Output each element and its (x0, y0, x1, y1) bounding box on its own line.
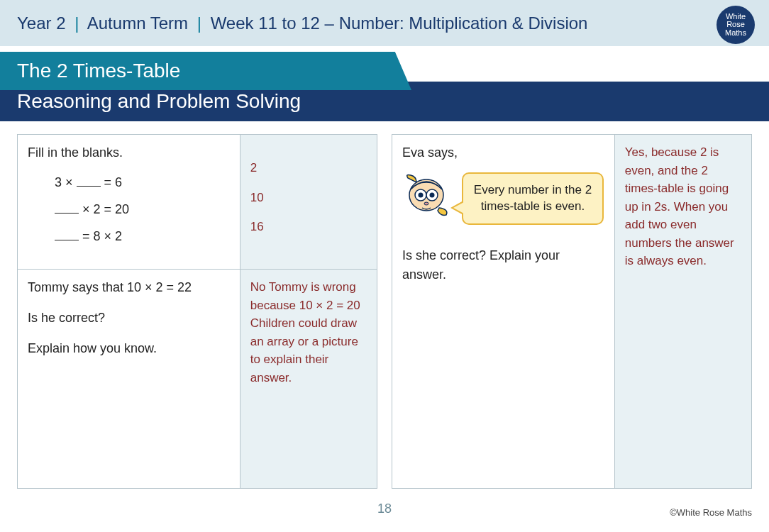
title-shape: The 2 Times-Table (0, 52, 411, 90)
logo-line: Maths (725, 29, 746, 38)
answer-value: 10 (250, 189, 367, 207)
crumb-sep: | (74, 13, 79, 33)
breadcrumb: Year 2 | Autumn Term | Week 11 to 12 – N… (17, 13, 587, 33)
eva-character-icon (402, 172, 452, 216)
answer-value: 2 (250, 159, 367, 177)
speech-bubble: Every number in the 2 times-table is eve… (462, 172, 604, 225)
svg-point-4 (430, 193, 435, 198)
tommy-line: Tommy says that 10 × 2 = 22 (28, 278, 230, 297)
eva-question: Eva says, Every (392, 135, 614, 293)
left-question-column: Fill in the blanks. 3 × = 6 × 2 = 20 = 8… (18, 135, 240, 488)
answer-value: 16 (250, 218, 367, 236)
svg-point-5 (424, 202, 428, 205)
left-answer-column: 2 10 16 No Tommy is wrong because 10 × 2… (240, 135, 377, 488)
page-title: The 2 Times-Table (17, 60, 180, 82)
character-row: Every number in the 2 times-table is eve… (402, 172, 604, 225)
svg-point-3 (419, 193, 424, 198)
left-panel: Fill in the blanks. 3 × = 6 × 2 = 20 = 8… (17, 134, 377, 489)
tommy-line: Is he correct? (28, 309, 230, 328)
right-panel: Eva says, Every (392, 134, 752, 489)
right-question-column: Eva says, Every (392, 135, 615, 488)
equation-list: 3 × = 6 × 2 = 20 = 8 × 2 (55, 170, 230, 250)
fill-blanks-intro: Fill in the blanks. (28, 143, 230, 162)
title-bar: The 2 Times-Table (0, 52, 769, 90)
page-number: 18 (377, 501, 392, 516)
tommy-answer: No Tommy is wrong because 10 × 2 = 20 Ch… (240, 270, 377, 395)
bubble-text: Every number in the 2 times-table is eve… (474, 183, 592, 213)
tommy-question: Tommy says that 10 × 2 = 22 Is he correc… (18, 270, 240, 378)
copyright-text: ©White Rose Maths (670, 507, 752, 518)
eva-intro: Eva says, (402, 143, 604, 162)
blank-field (55, 201, 79, 214)
eva-answer: Yes, because 2 is even, and the 2 times-… (615, 135, 751, 279)
header-bar: Year 2 | Autumn Term | Week 11 to 12 – N… (0, 0, 769, 46)
tommy-line: Explain how you know. (28, 339, 230, 358)
equation-row: × 2 = 20 (55, 196, 230, 223)
fill-blanks-question: Fill in the blanks. 3 × = 6 × 2 = 20 = 8… (18, 135, 240, 270)
right-answer-column: Yes, because 2 is even, and the 2 times-… (615, 135, 751, 488)
crumb-sep: | (197, 13, 201, 33)
page-subtitle: Reasoning and Problem Solving (17, 90, 301, 113)
crumb-year: Year 2 (17, 13, 66, 33)
content-area: Fill in the blanks. 3 × = 6 × 2 = 20 = 8… (0, 121, 769, 489)
crumb-term: Autumn Term (87, 13, 188, 33)
crumb-week: Week 11 to 12 – Number: Multiplication &… (211, 13, 588, 33)
brand-logo: White Rose Maths (717, 6, 755, 44)
fill-blanks-answers: 2 10 16 (240, 135, 377, 270)
equation-row: = 8 × 2 (55, 223, 230, 250)
eva-followup: Is she correct? Explain your answer. (402, 246, 604, 284)
equation-row: 3 × = 6 (55, 170, 230, 196)
blank-field (77, 174, 101, 187)
blank-field (55, 228, 79, 240)
